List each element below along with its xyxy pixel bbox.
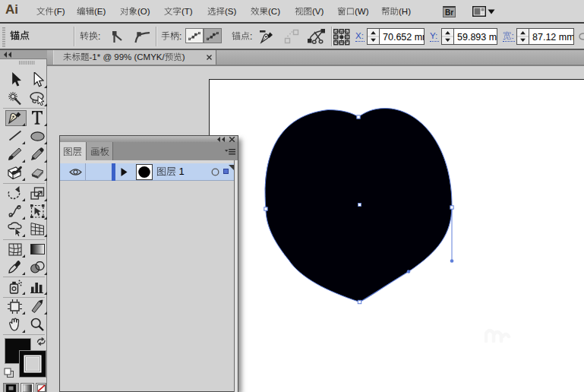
svg-text:(W): (W) <box>355 7 369 16</box>
svg-text::: : <box>250 31 252 42</box>
svg-text:(C): (C) <box>268 7 280 16</box>
svg-text:(V): (V) <box>312 7 324 16</box>
svg-text:(T): (T) <box>182 7 193 16</box>
svg-text::: : <box>179 31 182 42</box>
svg-text:59.893 mm: 59.893 mm <box>457 32 497 43</box>
svg-text:-1* @ 99% (CMYK/: -1* @ 99% (CMYK/ <box>90 52 166 62</box>
svg-text::: : <box>512 31 514 40</box>
svg-text:(O): (O) <box>137 7 150 16</box>
svg-text:): ) <box>182 52 185 62</box>
svg-text:(E): (E) <box>94 7 106 16</box>
svg-text:(F): (F) <box>54 7 65 16</box>
svg-text:X:: X: <box>355 31 364 40</box>
svg-text:87.12 mm: 87.12 mm <box>532 32 574 43</box>
svg-text:(H): (H) <box>399 7 411 16</box>
svg-text:1: 1 <box>176 166 185 177</box>
svg-text:70.652 mm: 70.652 mm <box>383 32 425 43</box>
svg-text::: : <box>98 31 100 42</box>
svg-text:Y:: Y: <box>430 31 437 40</box>
svg-text:(S): (S) <box>225 7 237 16</box>
